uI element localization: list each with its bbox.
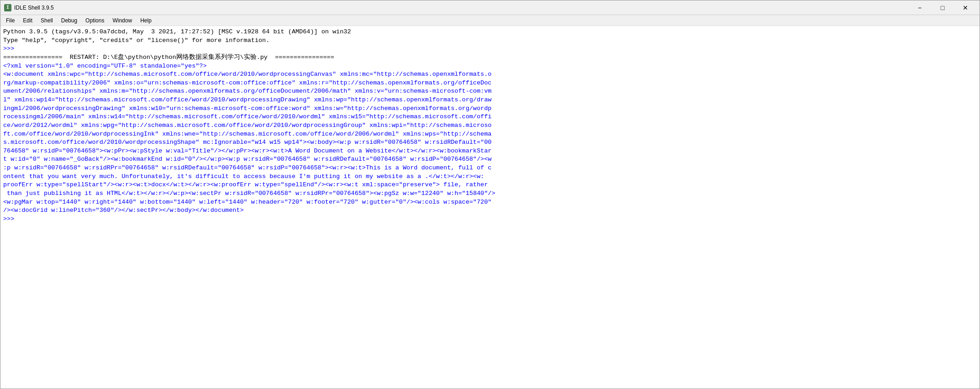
restart-line: ================ RESTART: D:\E盘\python\p… xyxy=(3,53,977,62)
maximize-button[interactable]: □ xyxy=(932,1,953,15)
menu-item-shell[interactable]: Shell xyxy=(37,16,57,25)
prompt-1: >>> xyxy=(3,45,977,53)
window-title: IDLE Shell 3.9.5 xyxy=(14,5,909,11)
window-controls: − □ ✕ xyxy=(909,1,976,15)
menu-item-help[interactable]: Help xyxy=(137,16,155,25)
python-version-line: Python 3.9.5 (tags/v3.9.5:0a7dcbd, May 3… xyxy=(3,28,977,37)
app-icon: I xyxy=(4,4,11,11)
menu-item-window[interactable]: Window xyxy=(109,16,136,25)
shell-output: Python 3.9.5 (tags/v3.9.5:0a7dcbd, May 3… xyxy=(0,26,980,389)
minimize-button[interactable]: − xyxy=(909,1,930,15)
menu-item-debug[interactable]: Debug xyxy=(58,16,81,25)
menu-item-edit[interactable]: Edit xyxy=(19,16,36,25)
close-button[interactable]: ✕ xyxy=(955,1,976,15)
idle-shell-window: I IDLE Shell 3.9.5 − □ ✕ FileEditShellDe… xyxy=(0,0,980,389)
menu-bar: FileEditShellDebugOptionsWindowHelp xyxy=(0,15,980,26)
menu-item-file[interactable]: File xyxy=(2,16,18,25)
menu-item-options[interactable]: Options xyxy=(82,16,108,25)
python-help-line: Type "help", "copyright", "credits" or "… xyxy=(3,37,977,45)
xml-content: <w:document xmlns:wpc="http://schemas.mi… xyxy=(3,70,977,215)
prompt-2: >>> xyxy=(3,215,977,224)
xml-declaration: <?xml version="1.0" encoding="UTF-8" sta… xyxy=(3,62,977,71)
title-bar: I IDLE Shell 3.9.5 − □ ✕ xyxy=(0,0,980,15)
